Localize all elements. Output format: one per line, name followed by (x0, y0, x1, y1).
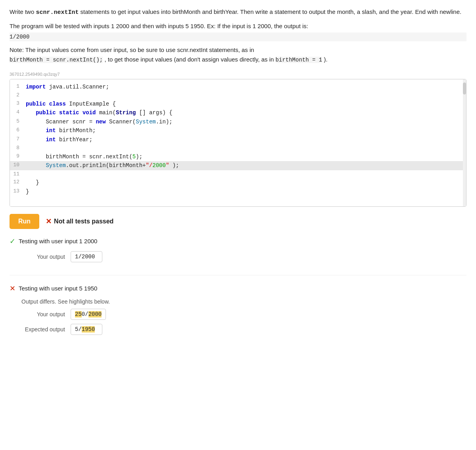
problem-id: 367012.2549490.qx3zqy7 (10, 72, 466, 77)
description-line1-post: statements to get input values into birt… (81, 8, 462, 15)
line-number: 9 (10, 152, 24, 161)
description-line1: Write two scnr.nextInt statements to get… (10, 7, 466, 17)
checkmark-icon: ✓ (10, 237, 15, 246)
line-number: 12 (10, 178, 24, 187)
status-label: Not all tests passed (54, 218, 113, 225)
line-content[interactable]: int birthYear; (24, 135, 466, 144)
your-output-row: Your output250/2000 (10, 309, 466, 320)
line-number: 8 (10, 144, 24, 152)
line-number: 5 (10, 117, 24, 126)
code-line-11[interactable]: 11 (10, 170, 466, 179)
line-content[interactable]: Scanner scnr = new Scanner(System.in); (24, 117, 466, 126)
expected-output-label: Expected output (21, 326, 65, 333)
line-number: 13 (10, 187, 24, 196)
output-differs-msg: Output differs. See highlights below. (10, 298, 466, 305)
test-header-test1: ✓Testing with user input 1 2000 (10, 237, 466, 246)
output-part: 5/ (75, 326, 82, 333)
code-editor-container: 1import java.util.Scanner;23public class… (10, 79, 466, 207)
output-part: 25 (75, 311, 82, 317)
line-content[interactable]: import java.util.Scanner; (24, 83, 466, 91)
code-line-12[interactable]: 12 } (10, 178, 466, 187)
code-line-6[interactable]: 6 int birthMonth; (10, 126, 466, 135)
code-line-9[interactable]: 9 birthMonth = scnr.nextInt(5); (10, 152, 466, 161)
line-content[interactable]: } (24, 178, 466, 187)
example-code2: birthMonth = 1 (276, 57, 322, 63)
expected-output-row: Expected output5/1950 (10, 324, 466, 335)
line-content[interactable]: System.out.println(birthMonth+"/2000" ); (24, 161, 466, 170)
test-header-test2: ✕Testing with user input 5 1950 (10, 284, 466, 293)
scrollbar-thumb[interactable] (463, 83, 466, 94)
code-line-1[interactable]: 1import java.util.Scanner; (10, 83, 466, 91)
line-number: 7 (10, 135, 24, 144)
code-editor[interactable]: 1import java.util.Scanner;23public class… (10, 79, 466, 206)
code-line-8[interactable]: 8 (10, 144, 466, 152)
code-line-2[interactable]: 2 (10, 91, 466, 100)
line-content[interactable]: public static void main(String [] args) … (24, 108, 466, 117)
scnr-nextint-bold: scnr.nextInt (36, 9, 79, 16)
line-content[interactable]: } (24, 187, 466, 196)
line-content[interactable]: public class InputExample { (24, 100, 466, 108)
test-section-test2: ✕Testing with user input 5 1950Output di… (10, 284, 466, 348)
description: Write two scnr.nextInt statements to get… (10, 7, 466, 65)
line-number: 6 (10, 126, 24, 135)
line-number: 1 (10, 83, 24, 91)
example-code1: birthMonth = scnr.nextInt(); (10, 57, 103, 63)
code-line-5[interactable]: 5 Scanner scnr = new Scanner(System.in); (10, 117, 466, 126)
editor-scrollbar[interactable] (463, 79, 466, 206)
x-icon: ✕ (46, 217, 52, 226)
test-results: ✓Testing with user input 1 2000Your outp… (10, 237, 466, 348)
code-line-13[interactable]: 13} (10, 187, 466, 196)
code-line-3[interactable]: 3public class InputExample { (10, 100, 466, 108)
example-output: 1/2000 (10, 33, 466, 41)
output-part: 2000 (88, 311, 102, 317)
line-number: 11 (10, 170, 24, 179)
expected-output-box: 5/1950 (71, 324, 102, 335)
your-output-box: 250/2000 (71, 309, 106, 320)
line-number: 2 (10, 91, 24, 100)
line-content[interactable]: int birthMonth; (24, 126, 466, 135)
output-part: 1/2000 (75, 254, 95, 260)
description-line2: The program will be tested with inputs 1… (10, 21, 466, 41)
your-output-box: 1/2000 (71, 251, 102, 262)
your-output-label: Your output (21, 311, 65, 317)
description-line3: Note: The input values come from user in… (10, 45, 466, 64)
line-number: 10 (10, 161, 24, 169)
test-section-test1: ✓Testing with user input 1 2000Your outp… (10, 237, 466, 275)
run-button[interactable]: Run (10, 214, 39, 229)
your-output-label: Your output (21, 254, 65, 260)
output-part: 1950 (82, 326, 95, 333)
x-icon: ✕ (10, 284, 15, 293)
your-output-row: Your output1/2000 (10, 251, 466, 262)
run-bar: Run ✕ Not all tests passed (10, 214, 466, 229)
line-content[interactable]: birthMonth = scnr.nextInt(5); (24, 152, 466, 161)
test-header-text: Testing with user input 1 2000 (19, 238, 97, 244)
output-part: 0/ (82, 311, 88, 317)
line-number: 4 (10, 108, 24, 117)
code-line-7[interactable]: 7 int birthYear; (10, 135, 466, 144)
test-header-text: Testing with user input 5 1950 (19, 285, 97, 292)
line-number: 3 (10, 100, 24, 108)
code-line-4[interactable]: 4 public static void main(String [] args… (10, 108, 466, 117)
status-fail: ✕ Not all tests passed (46, 217, 113, 226)
code-line-10[interactable]: 10 System.out.println(birthMonth+"/2000"… (10, 161, 466, 170)
